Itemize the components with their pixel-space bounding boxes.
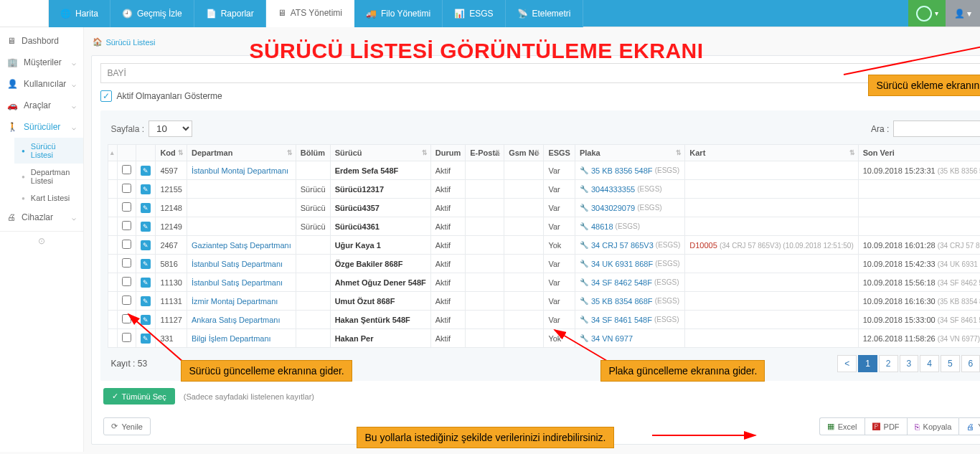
tab-filo-yönetimi[interactable]: 🚚Filo Yönetimi [354,0,443,27]
col-sonveri[interactable]: Son Veri⇅ [858,145,980,161]
row-checkbox[interactable] [122,314,131,323]
expand-cell[interactable] [108,292,118,311]
edit-icon[interactable]: ✎ [141,315,151,325]
edit-icon[interactable]: ✎ [141,259,151,269]
export-pdf-button[interactable]: 🅿PDF [864,417,907,435]
select-cell[interactable] [118,161,136,180]
edit-cell[interactable]: ✎ [136,161,156,180]
active-filter-checkbox[interactable]: ✓ [100,90,112,102]
page-1[interactable]: 1 [858,355,877,372]
sidebar-item-müşteriler[interactable]: 🏢Müşteriler⌵ [0,52,83,73]
select-cell[interactable] [118,311,136,329]
departman-cell[interactable]: İstanbul Satış Departmanı [187,273,296,292]
page-<[interactable]: < [837,355,857,372]
sidebar-item-kullanıcılar[interactable]: 👤Kullanıcılar⌵ [0,73,83,95]
edit-cell[interactable]: ✎ [136,329,156,348]
plaka-cell[interactable]: 🔧 34 SF 8462 548F (ESGS) [575,273,684,292]
select-cell[interactable] [118,255,136,273]
sidebar-item-sürücüler[interactable]: 🚶Sürücüler⌵ [0,116,83,138]
edit-icon[interactable]: ✎ [141,278,151,288]
expand-cell[interactable] [108,236,118,255]
edit-cell[interactable]: ✎ [136,180,156,199]
row-checkbox[interactable] [122,165,131,174]
tab-esgs[interactable]: 📊ESGS [443,0,505,27]
status-indicator[interactable]: ▾ [908,0,946,27]
page-2[interactable]: 2 [879,355,898,372]
row-checkbox[interactable] [122,184,131,193]
sidebar-item-araçlar[interactable]: 🚗Araçlar⌵ [0,95,83,116]
expand-cell[interactable] [108,329,118,348]
col-plaka[interactable]: Plaka⇅ [575,145,684,161]
plaka-cell[interactable]: 🔧 34 VN 6977 [575,329,684,348]
departman-cell[interactable]: Ankara Satış Departmanı [187,311,296,329]
expand-cell[interactable] [108,180,118,199]
kart-cell[interactable]: D10005 (34 CRJ 57 865V3) (10.09.2018 12:… [685,236,858,255]
page-4[interactable]: 4 [920,355,939,372]
col-kod[interactable]: Kod⇅ [156,145,187,161]
select-cell[interactable] [118,329,136,348]
departman-cell[interactable]: İstanbul Satış Departmanı [187,255,296,273]
user-menu[interactable]: 👤 ▾ [946,0,980,27]
tab-ats-yönetimi[interactable]: 🖥ATS Yönetimi [266,0,354,27]
edit-icon[interactable]: ✎ [141,222,151,232]
edit-cell[interactable]: ✎ [136,236,156,255]
col-surucu[interactable]: Sürücü⇅ [330,145,430,161]
edit-icon[interactable]: ✎ [141,184,151,194]
export-print-button[interactable]: 🖨Yazdır [958,417,980,435]
expand-cell[interactable] [108,255,118,273]
col-gsm[interactable]: Gsm No⇅ [504,145,544,161]
tab-harita[interactable]: 🌐Harita [49,0,110,27]
plaka-cell[interactable]: 🔧 35 KB 8354 868F (ESGS) [575,292,684,311]
edit-cell[interactable]: ✎ [136,311,156,329]
page-6[interactable]: 6 [961,355,980,372]
page-size-select[interactable]: 10 [149,120,192,137]
plaka-cell[interactable]: 🔧 3044333355 (ESGS) [575,180,684,199]
select-cell[interactable] [118,273,136,292]
row-checkbox[interactable] [122,333,131,342]
edit-icon[interactable]: ✎ [141,203,151,213]
breadcrumb[interactable]: 🏠 Sürücü Listesi [93,37,155,47]
select-cell[interactable] [118,236,136,255]
row-checkbox[interactable] [122,221,131,230]
tab-geçmiş-i̇zle[interactable]: 🕘Geçmiş İzle [110,0,194,27]
row-checkbox[interactable] [122,202,131,212]
col-durum[interactable]: Durum [430,145,465,161]
plaka-cell[interactable]: 🔧 48618 (ESGS) [575,217,684,236]
expand-cell[interactable] [108,217,118,236]
col-esgs[interactable]: ESGS [544,145,575,161]
sidebar-item-cihazlar[interactable]: 🖨Cihazlar⌵ [0,207,83,228]
plaka-cell[interactable]: 🔧 34 SF 8461 548F (ESGS) [575,311,684,329]
sidebar-sub-kart-listesi[interactable]: ●Kart Listesi [14,189,83,207]
sidebar-sub-sürücü-listesi[interactable]: ●Sürücü Listesi [14,138,83,164]
select-cell[interactable] [118,292,136,311]
export-copy-button[interactable]: ⎘Kopyala [907,417,959,435]
edit-icon[interactable]: ✎ [141,296,151,306]
select-cell[interactable] [118,199,136,217]
expand-cell[interactable] [108,273,118,292]
tab-raporlar[interactable]: 📄Raporlar [194,0,266,27]
edit-icon[interactable]: ✎ [141,240,151,250]
edit-cell[interactable]: ✎ [136,273,156,292]
row-checkbox[interactable] [122,277,131,286]
expand-cell[interactable] [108,161,118,180]
search-input[interactable] [893,120,980,137]
plaka-cell[interactable]: 🔧 34 CRJ 57 865V3 (ESGS) [575,236,684,255]
edit-cell[interactable]: ✎ [136,199,156,217]
edit-icon[interactable]: ✎ [141,166,151,176]
plaka-cell[interactable]: 🔧 35 KB 8356 548F (ESGS) [575,161,684,180]
row-checkbox[interactable] [122,258,131,268]
col-departman[interactable]: Departman⇅ [187,145,296,161]
col-expand[interactable]: ▴ [108,145,118,161]
edit-icon[interactable]: ✎ [141,334,151,344]
col-bolum[interactable]: Bölüm [296,145,330,161]
edit-cell[interactable]: ✎ [136,217,156,236]
departman-cell[interactable]: İstanbul Montaj Departmanı [187,161,296,180]
refresh-button[interactable]: ⟳ Yenile [103,417,151,435]
expand-cell[interactable] [108,199,118,217]
select-all-button[interactable]: ✓ Tümünü Seç [103,388,174,405]
export-excel-button[interactable]: ▦Excel [819,417,864,435]
edit-cell[interactable]: ✎ [136,255,156,273]
plaka-cell[interactable]: 🔧 34 UK 6931 868F (ESGS) [575,255,684,273]
col-eposta[interactable]: E-Posta⇅ [466,145,504,161]
select-cell[interactable] [118,180,136,199]
